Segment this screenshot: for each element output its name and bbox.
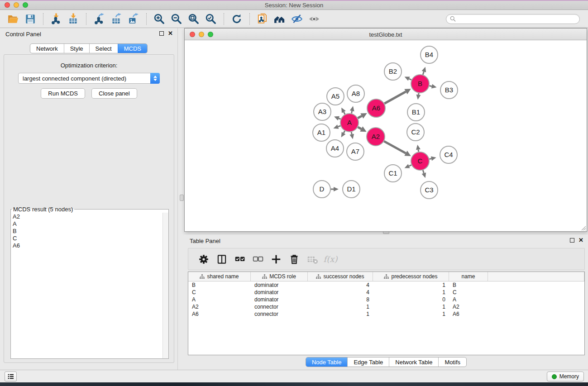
table-row[interactable]: A6connector11A6: [188, 310, 584, 318]
column-header-name[interactable]: name: [449, 272, 488, 281]
run-mcds-button[interactable]: Run MCDS: [41, 88, 85, 99]
graph-node-B3[interactable]: B3: [440, 81, 458, 99]
graph-node-A[interactable]: A: [340, 114, 359, 132]
table-row[interactable]: Cdominator41C: [188, 289, 584, 296]
graph-node-A5[interactable]: A5: [327, 88, 344, 105]
graph-edge-A-A5[interactable]: [341, 108, 346, 114]
close-panel-button[interactable]: Close panel: [91, 88, 137, 99]
select-all-button[interactable]: [233, 252, 247, 267]
graph-edge-B-B4[interactable]: [422, 67, 426, 75]
zoom-in-button[interactable]: [152, 12, 167, 26]
graph-node-B[interactable]: B: [411, 75, 429, 93]
table-settings-button[interactable]: [196, 252, 211, 267]
import-network-button[interactable]: [49, 12, 63, 26]
optimization-select[interactable]: largest connected component (directed): [18, 73, 160, 84]
export-network-button[interactable]: [92, 12, 106, 26]
graph-node-C[interactable]: C: [411, 152, 429, 170]
table-tab-edge-table[interactable]: Edge Table: [347, 357, 389, 367]
import-table-button[interactable]: [66, 12, 81, 26]
add-column-button[interactable]: [269, 252, 283, 267]
column-header-successor-nodes[interactable]: successor nodes: [308, 272, 373, 281]
graph-node-A4[interactable]: A4: [326, 140, 344, 157]
table-row[interactable]: A2connector11A2: [188, 303, 584, 310]
graph-node-B2[interactable]: B2: [384, 63, 402, 80]
refresh-button[interactable]: [229, 12, 244, 26]
graph-node-D1[interactable]: D1: [343, 181, 360, 198]
graph-node-A6[interactable]: A6: [367, 99, 385, 117]
column-header-predecessor-nodes[interactable]: predecessor nodes: [373, 272, 449, 281]
result-scrollbar[interactable]: [163, 213, 168, 358]
mcds-result-item[interactable]: C: [13, 235, 163, 242]
graph-node-B4[interactable]: B4: [421, 46, 438, 63]
search-input[interactable]: [456, 15, 576, 23]
toggle-columns-button[interactable]: [215, 252, 229, 267]
graph-edge-C-C2[interactable]: [416, 145, 421, 152]
table-row[interactable]: Bdominator41B: [188, 281, 584, 289]
save-session-button[interactable]: [23, 12, 38, 26]
memory-button[interactable]: Memory: [547, 372, 584, 381]
mcds-result-item[interactable]: B: [13, 228, 163, 235]
graph-edge-A-A7[interactable]: [349, 132, 354, 139]
first-neighbors-button[interactable]: [272, 12, 287, 26]
graph-node-A3[interactable]: A3: [314, 103, 331, 120]
graph-node-B1[interactable]: B1: [407, 104, 425, 121]
table-row[interactable]: Adominator80A: [188, 296, 584, 303]
graph-edge-A2-C[interactable]: [384, 141, 411, 156]
open-session-button[interactable]: [6, 12, 20, 26]
mcds-result-item[interactable]: A: [13, 220, 163, 228]
graph-edge-A-A2[interactable]: [358, 126, 367, 132]
resize-grip-icon[interactable]: [580, 224, 586, 231]
tab-style[interactable]: Style: [64, 44, 89, 53]
graph-edge-B-B1[interactable]: [416, 93, 421, 100]
graph-edge-C-C1[interactable]: [405, 164, 411, 168]
tab-select[interactable]: Select: [89, 44, 118, 53]
graph-node-D[interactable]: D: [313, 181, 330, 198]
graph-node-C3[interactable]: C3: [421, 181, 438, 199]
graph-edge-A-A3[interactable]: [334, 116, 341, 120]
zoom-selected-button[interactable]: [204, 12, 218, 26]
deselect-all-button[interactable]: [251, 252, 265, 267]
table-close-panel-icon[interactable]: ✕: [578, 238, 583, 243]
mcds-result-item[interactable]: A6: [13, 242, 163, 249]
graph-node-C2[interactable]: C2: [407, 124, 424, 141]
export-image-button[interactable]: [126, 12, 141, 26]
graph-edge-B-B3[interactable]: [430, 84, 437, 89]
tab-network[interactable]: Network: [30, 44, 64, 53]
duplicate-network-button[interactable]: [255, 12, 270, 26]
graph-edge-A6-B[interactable]: [384, 89, 411, 104]
graph-node-A2[interactable]: A2: [367, 128, 385, 146]
graph-edge-A-A6[interactable]: [358, 113, 367, 119]
graph-node-C4[interactable]: C4: [440, 146, 457, 163]
graph-edge-B-B2[interactable]: [405, 76, 411, 81]
graph-edge-D-D1[interactable]: [331, 187, 339, 191]
export-table-button[interactable]: [109, 12, 124, 26]
table-float-panel-icon[interactable]: [570, 238, 574, 243]
column-header-mcds-role[interactable]: MCDS role: [251, 272, 308, 281]
network-canvas[interactable]: B4B2BB3A8A5A6A3B1AA1C2A2A4A7C4CC1C3DD1: [185, 40, 587, 231]
close-panel-icon[interactable]: ✕: [168, 31, 173, 36]
delete-column-button[interactable]: [287, 252, 301, 267]
graph-node-C1[interactable]: C1: [384, 165, 402, 182]
graph-edge-A-A4[interactable]: [341, 131, 346, 137]
hide-selected-button[interactable]: [290, 12, 304, 26]
graph-node-A1[interactable]: A1: [313, 124, 330, 141]
graph-node-A8[interactable]: A8: [347, 85, 364, 102]
zoom-out-button[interactable]: [169, 12, 184, 26]
search-field[interactable]: [446, 14, 580, 24]
table-tab-node-table[interactable]: Node Table: [306, 357, 348, 367]
float-panel-icon[interactable]: [159, 31, 164, 36]
vertical-splitter-handle[interactable]: [180, 195, 184, 201]
tab-mcds[interactable]: MCDS: [118, 44, 147, 53]
zoom-fit-button[interactable]: [186, 12, 201, 26]
graph-edge-A-A1[interactable]: [333, 124, 340, 129]
graph-edge-C-C4[interactable]: [429, 157, 436, 161]
mcds-result-list[interactable]: A2ABCA6: [11, 213, 163, 358]
graph-edge-A-A8[interactable]: [350, 106, 354, 113]
table-tab-motifs[interactable]: Motifs: [438, 357, 466, 367]
graph-node-A7[interactable]: A7: [347, 143, 364, 160]
column-header-shared-name[interactable]: shared name: [188, 272, 251, 281]
show-panels-button[interactable]: [5, 372, 17, 381]
graph-edge-C-C3[interactable]: [422, 170, 426, 178]
table-tab-network-table[interactable]: Network Table: [389, 357, 438, 367]
mcds-result-item[interactable]: A2: [13, 213, 163, 220]
